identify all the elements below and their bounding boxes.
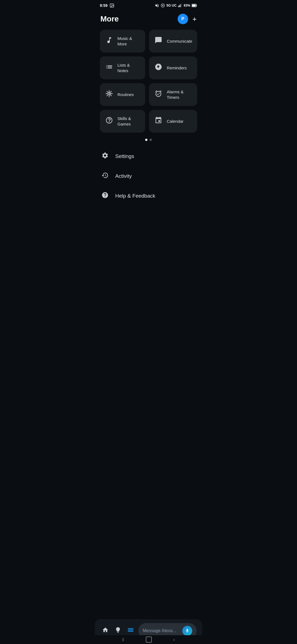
menu-list: Settings Activity Help & Feedback bbox=[95, 144, 202, 209]
card-skills-games[interactable]: Skills & Games bbox=[100, 110, 145, 133]
communicate-icon bbox=[154, 36, 163, 46]
card-communicate[interactable]: Communicate bbox=[149, 30, 197, 53]
network-label: 5G UC bbox=[166, 4, 177, 7]
profile-button[interactable]: P bbox=[178, 14, 188, 24]
location-icon bbox=[161, 3, 165, 8]
activity-icon bbox=[101, 172, 109, 181]
time-display: 9:59 bbox=[100, 3, 108, 8]
card-skills-games-label: Skills & Games bbox=[117, 116, 140, 127]
status-time: 9:59 bbox=[100, 3, 114, 8]
svg-rect-8 bbox=[196, 5, 197, 6]
menu-item-help[interactable]: Help & Feedback bbox=[101, 186, 196, 206]
svg-rect-6 bbox=[181, 4, 182, 7]
skills-icon bbox=[105, 116, 114, 126]
svg-rect-5 bbox=[180, 4, 180, 7]
calendar-icon bbox=[154, 116, 163, 126]
status-bar: 9:59 5G UC 83% bbox=[95, 0, 202, 10]
card-routines[interactable]: Routines bbox=[100, 83, 145, 106]
card-music-more-label: Music & More bbox=[117, 36, 140, 47]
battery-label: 83% bbox=[184, 4, 190, 7]
card-alarms-timers[interactable]: Alarms & Timers bbox=[149, 83, 197, 106]
music-icon bbox=[105, 36, 114, 46]
battery-icon bbox=[192, 4, 197, 7]
header-actions: P + bbox=[178, 14, 197, 24]
svg-point-2 bbox=[162, 5, 163, 6]
help-icon bbox=[101, 192, 109, 200]
reminders-icon bbox=[154, 63, 163, 73]
feature-grid: Music & More Communicate Lists & Notes R… bbox=[95, 30, 202, 133]
help-feedback-label: Help & Feedback bbox=[115, 193, 155, 199]
lists-icon bbox=[105, 63, 114, 73]
page-header: More P + bbox=[95, 10, 202, 30]
status-indicators: 5G UC 83% bbox=[155, 3, 197, 8]
card-reminders[interactable]: Reminders bbox=[149, 56, 197, 79]
activity-label: Activity bbox=[115, 173, 132, 179]
card-alarms-timers-label: Alarms & Timers bbox=[167, 89, 192, 100]
card-routines-label: Routines bbox=[117, 92, 134, 97]
svg-rect-3 bbox=[178, 6, 179, 7]
signal-icon bbox=[178, 3, 182, 8]
card-lists-notes-label: Lists & Notes bbox=[117, 62, 140, 73]
settings-label: Settings bbox=[115, 153, 134, 159]
mute-icon bbox=[155, 3, 159, 8]
card-lists-notes[interactable]: Lists & Notes bbox=[100, 56, 145, 79]
svg-point-1 bbox=[111, 5, 112, 5]
pagination-dot-2[interactable] bbox=[150, 139, 152, 141]
add-button[interactable]: + bbox=[193, 15, 197, 23]
card-music-more[interactable]: Music & More bbox=[100, 30, 145, 53]
menu-item-activity[interactable]: Activity bbox=[101, 166, 196, 186]
card-reminders-label: Reminders bbox=[167, 65, 187, 71]
pagination-dot-1[interactable] bbox=[145, 139, 147, 141]
pagination-dots bbox=[95, 139, 202, 141]
spacer bbox=[95, 209, 202, 242]
card-calendar-label: Calendar bbox=[167, 119, 183, 124]
gallery-icon bbox=[110, 3, 114, 8]
routines-icon bbox=[105, 90, 114, 99]
menu-item-settings[interactable]: Settings bbox=[101, 146, 196, 166]
alarms-icon bbox=[154, 90, 163, 99]
page-title: More bbox=[100, 15, 119, 23]
svg-rect-9 bbox=[192, 5, 196, 7]
card-calendar[interactable]: Calendar bbox=[149, 110, 197, 133]
cards-grid: Music & More Communicate Lists & Notes R… bbox=[100, 30, 197, 133]
svg-rect-4 bbox=[179, 5, 180, 7]
gear-icon bbox=[101, 152, 109, 161]
card-communicate-label: Communicate bbox=[167, 39, 192, 44]
